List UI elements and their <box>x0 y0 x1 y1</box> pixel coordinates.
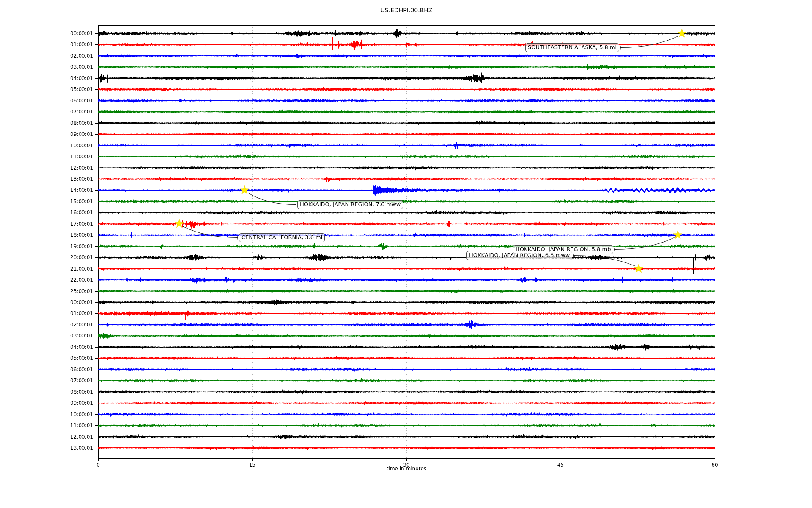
y-axis-label: 01:00:01 <box>25 311 93 316</box>
y-axis-label: 00:00:01 <box>25 31 93 36</box>
y-axis-label: 06:00:01 <box>25 98 93 103</box>
y-axis-label: 06:00:01 <box>25 367 93 372</box>
y-axis-label: 03:00:01 <box>25 333 93 338</box>
y-axis-label: 15:00:01 <box>25 199 93 204</box>
y-axis-label: 02:00:01 <box>25 322 93 327</box>
page-title: US.EDHPI.00.BHZ <box>98 7 715 14</box>
y-axis-label: 18:00:01 <box>25 232 93 237</box>
event-annotation-label: HOKKAIDO, JAPAN REGION, 5.8 mb <box>513 245 613 254</box>
y-axis-label: 22:00:01 <box>25 277 93 282</box>
y-axis-label: 09:00:01 <box>25 400 93 406</box>
y-axis-label: 23:00:01 <box>25 289 93 294</box>
y-axis-label: 04:00:01 <box>25 345 93 350</box>
y-axis-label: 13:00:01 <box>25 177 93 182</box>
y-axis-label: 17:00:01 <box>25 221 93 226</box>
y-axis-label: 21:00:01 <box>25 266 93 271</box>
y-axis-label: 10:00:01 <box>25 412 93 417</box>
y-axis-label: 04:00:01 <box>25 76 93 81</box>
y-axis-label: 10:00:01 <box>25 143 93 148</box>
event-annotation-label: CENTRAL CALIFORNIA, 3.6 ml <box>239 233 325 242</box>
y-axis-label: 08:00:01 <box>25 121 93 126</box>
y-axis-label: 19:00:01 <box>25 244 93 249</box>
y-axis-label: 09:00:01 <box>25 132 93 137</box>
y-axis-label: 08:00:01 <box>25 389 93 395</box>
y-axis-label: 11:00:01 <box>25 154 93 159</box>
x-axis-title: time in minutes <box>98 466 715 472</box>
y-axis-label: 12:00:01 <box>25 166 93 171</box>
y-axis-label: 05:00:01 <box>25 356 93 361</box>
y-axis-label: 07:00:01 <box>25 109 93 114</box>
y-axis-label: 11:00:01 <box>25 423 93 428</box>
y-axis-label: 01:00:01 <box>25 42 93 47</box>
y-axis-label: 03:00:01 <box>25 64 93 69</box>
y-axis-label: 00:00:01 <box>25 300 93 305</box>
y-axis-label: 02:00:01 <box>25 53 93 58</box>
seismogram-plot-area <box>0 0 812 508</box>
event-annotation-label: SOUTHEASTERN ALASKA, 5.8 ml <box>525 43 619 52</box>
y-axis-label: 14:00:01 <box>25 188 93 193</box>
y-axis-label: 13:00:01 <box>25 445 93 450</box>
y-axis-label: 07:00:01 <box>25 378 93 383</box>
y-axis-label: 16:00:01 <box>25 210 93 215</box>
y-axis-label: 12:00:01 <box>25 434 93 439</box>
y-axis-label: 05:00:01 <box>25 87 93 92</box>
y-axis-label: 20:00:01 <box>25 255 93 260</box>
event-annotation-label: HOKKAIDO, JAPAN REGION, 7.6 mww <box>297 200 403 209</box>
